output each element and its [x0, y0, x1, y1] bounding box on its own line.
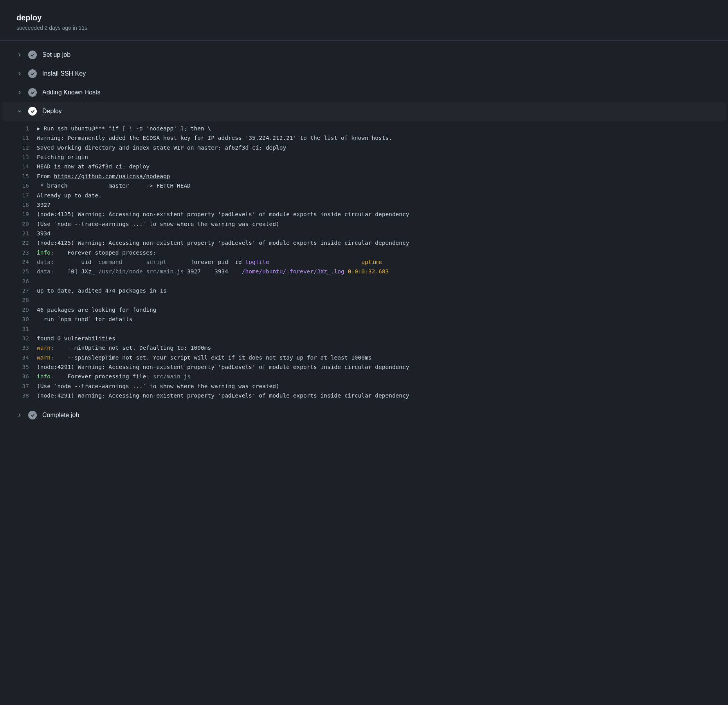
chevron-right-icon: [16, 412, 23, 418]
line-content: warn: --minUptime not set. Defaulting to…: [37, 343, 211, 352]
log-line: 183927: [0, 200, 728, 210]
line-content: info: Forever processing file: src/main.…: [37, 372, 191, 381]
log-line: 12Saved working directory and index stat…: [0, 143, 728, 152]
line-number: 37: [8, 381, 37, 391]
line-content: info: Forever stopped processes:: [37, 248, 157, 257]
line-number: 17: [8, 191, 37, 200]
line-number: 34: [8, 353, 37, 362]
line-number: 26: [8, 277, 37, 286]
log-line: 17Already up to date.: [0, 191, 728, 200]
step-row-setup[interactable]: Set up job: [0, 45, 728, 64]
log-line: 35(node:4291) Warning: Accessing non-exi…: [0, 362, 728, 372]
line-content: * branch master -> FETCH_HEAD: [37, 181, 191, 190]
line-content: 3934: [37, 229, 50, 238]
chevron-down-icon: [16, 108, 23, 114]
line-content: (node:4125) Warning: Accessing non-exist…: [37, 238, 409, 248]
log-line: 15From https://github.com/ualcnsa/nodeap…: [0, 172, 728, 181]
line-content: run `npm fund` for details: [37, 315, 132, 324]
line-content: ▶ Run ssh ubuntu@*** "if [ ! -d 'nodeapp…: [37, 124, 211, 133]
log-line: 23info: Forever stopped processes:: [0, 248, 728, 257]
log-line: 37(Use `node --trace-warnings ...` to sh…: [0, 381, 728, 391]
line-content: warn: --spinSleepTime not set. Your scri…: [37, 353, 372, 362]
line-content: data: [0] JXz_ /usr/bin/node src/main.js…: [37, 267, 389, 276]
line-number: 27: [8, 286, 37, 295]
line-content: Saved working directory and index state …: [37, 143, 286, 152]
step-row-deploy[interactable]: Deploy: [2, 102, 726, 121]
log-line: 38(node:4291) Warning: Accessing non-exi…: [0, 391, 728, 400]
step-title: Adding Known Hosts: [42, 89, 101, 96]
log-line: 16 * branch master -> FETCH_HEAD: [0, 181, 728, 190]
line-content: up to date, audited 474 packages in 1s: [37, 286, 167, 295]
line-number: 25: [8, 267, 37, 276]
job-subtitle: succeeded 2 days ago in 11s: [16, 25, 712, 31]
line-number: 12: [8, 143, 37, 152]
line-number: 31: [8, 324, 37, 334]
line-content: 3927: [37, 200, 50, 210]
line-content: (node:4291) Warning: Accessing non-exist…: [37, 362, 409, 372]
job-title: deploy: [16, 13, 712, 22]
log-line: 30 run `npm fund` for details: [0, 315, 728, 324]
status-success-icon: [28, 51, 37, 59]
step-title: Deploy: [42, 108, 62, 115]
log-line: 2946 packages are looking for funding: [0, 305, 728, 315]
line-content: (Use `node --trace-warnings ...` to show…: [37, 219, 279, 229]
log-line: 19(node:4125) Warning: Accessing non-exi…: [0, 210, 728, 219]
log-line: 14HEAD is now at af62f3d ci: deploy: [0, 162, 728, 171]
log-line: 20(Use `node --trace-warnings ...` to sh…: [0, 219, 728, 229]
line-number: 36: [8, 372, 37, 381]
line-number: 14: [8, 162, 37, 171]
log-line: 36info: Forever processing file: src/mai…: [0, 372, 728, 381]
line-number: 11: [8, 133, 37, 143]
log-line: 28: [0, 295, 728, 305]
chevron-right-icon: [16, 89, 23, 96]
line-content: (node:4125) Warning: Accessing non-exist…: [37, 210, 409, 219]
step-title: Complete job: [42, 412, 79, 419]
line-content: Already up to date.: [37, 191, 102, 200]
line-number: 24: [8, 257, 37, 267]
log-line: 1▶ Run ssh ubuntu@*** "if [ ! -d 'nodeap…: [0, 124, 728, 133]
log-line: 26: [0, 277, 728, 286]
line-content: HEAD is now at af62f3d ci: deploy: [37, 162, 150, 171]
job-header: deploy succeeded 2 days ago in 11s: [0, 0, 728, 41]
line-content: (node:4291) Warning: Accessing non-exist…: [37, 391, 409, 400]
line-content: data: uid command script forever pid id …: [37, 257, 382, 267]
status-success-icon: [28, 88, 37, 97]
steps-list: Set up jobInstall SSH KeyAdding Known Ho…: [0, 41, 728, 432]
line-content: 46 packages are looking for funding: [37, 305, 157, 315]
step-row-known[interactable]: Adding Known Hosts: [0, 83, 728, 102]
step-row-complete[interactable]: Complete job: [0, 406, 728, 425]
line-number: 35: [8, 362, 37, 372]
line-content: found 0 vulnerabilities: [37, 334, 115, 343]
step-title: Set up job: [42, 51, 70, 58]
log-line: 11Warning: Permanently added the ECDSA h…: [0, 133, 728, 143]
deploy-log: 1▶ Run ssh ubuntu@*** "if [ ! -d 'nodeap…: [0, 121, 728, 406]
chevron-right-icon: [16, 70, 23, 77]
line-content: Fetching origin: [37, 152, 88, 162]
line-number: 20: [8, 219, 37, 229]
status-success-icon: [28, 411, 37, 419]
log-line: 32found 0 vulnerabilities: [0, 334, 728, 343]
line-number: 38: [8, 391, 37, 400]
line-number: 28: [8, 295, 37, 305]
step-row-sshkey[interactable]: Install SSH Key: [0, 64, 728, 83]
status-success-icon: [28, 107, 37, 116]
log-line: 213934: [0, 229, 728, 238]
line-number: 16: [8, 181, 37, 190]
log-line: 22(node:4125) Warning: Accessing non-exi…: [0, 238, 728, 248]
line-number: 13: [8, 152, 37, 162]
log-line: 27up to date, audited 474 packages in 1s: [0, 286, 728, 295]
line-number: 1: [8, 124, 37, 133]
line-number: 33: [8, 343, 37, 352]
line-number: 19: [8, 210, 37, 219]
repo-link[interactable]: https://github.com/ualcnsa/nodeapp: [54, 173, 170, 179]
line-content: From https://github.com/ualcnsa/nodeapp: [37, 172, 170, 181]
line-number: 18: [8, 200, 37, 210]
status-success-icon: [28, 69, 37, 78]
line-content: (Use `node --trace-warnings ...` to show…: [37, 381, 279, 391]
log-line: 13Fetching origin: [0, 152, 728, 162]
log-line: 33warn: --minUptime not set. Defaulting …: [0, 343, 728, 352]
step-title: Install SSH Key: [42, 70, 86, 77]
log-line: 25data: [0] JXz_ /usr/bin/node src/main.…: [0, 267, 728, 276]
line-number: 29: [8, 305, 37, 315]
line-content: Warning: Permanently added the ECDSA hos…: [37, 133, 392, 143]
